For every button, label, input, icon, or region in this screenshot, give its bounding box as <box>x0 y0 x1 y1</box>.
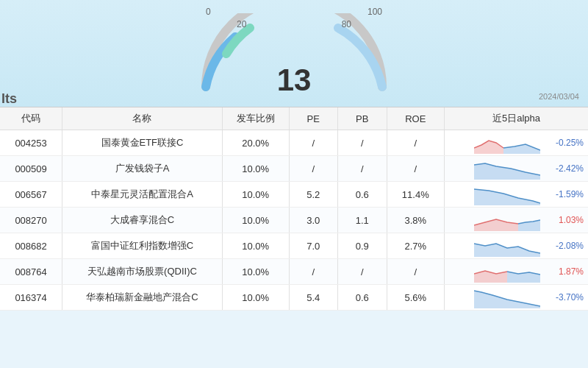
cell-ratio: 10.0% <box>222 156 289 182</box>
alpha-cell-content: -3.70% <box>449 286 584 308</box>
table-section: 代码 名称 发车比例 PE PB ROE 近5日alpha 004253国泰黄金… <box>0 107 588 311</box>
cell-roe: / <box>387 259 445 285</box>
alpha-value: -3.70% <box>543 292 584 302</box>
cell-name: 华泰柏瑞新金融地产混合C <box>62 285 223 311</box>
mini-chart <box>474 261 540 283</box>
alpha-value: -2.08% <box>543 241 584 251</box>
cell-ratio: 10.0% <box>222 182 289 208</box>
table-row: 004253国泰黄金ETF联接C20.0%///-0.25% <box>0 130 588 156</box>
cell-code: 008764 <box>0 259 62 285</box>
date-label: 2024/03/04 <box>539 92 579 101</box>
col-header-pe: PE <box>289 107 338 130</box>
cell-pe: 5.2 <box>289 182 338 208</box>
cell-alpha: 1.03% <box>445 208 588 233</box>
table-row: 006567中泰星元灵活配置混合A10.0%5.20.611.4%-1.59% <box>0 182 588 208</box>
table-row: 016374华泰柏瑞新金融地产混合C10.0%5.40.65.6%-3.70% <box>0 285 588 311</box>
gauge-section: 0 20 80 100 13 2024/03/04 <box>0 0 588 107</box>
alpha-cell-content: -2.42% <box>449 158 584 180</box>
cell-roe: 2.7% <box>387 233 445 259</box>
cell-pe: 7.0 <box>289 233 338 259</box>
cell-ratio: 10.0% <box>222 259 289 285</box>
col-header-name: 名称 <box>62 107 223 130</box>
cell-alpha: -0.25% <box>445 130 588 156</box>
alpha-cell-content: -2.08% <box>449 235 584 257</box>
cell-pb: / <box>338 130 387 156</box>
mini-chart <box>474 235 540 257</box>
cell-alpha: 1.87% <box>445 259 588 285</box>
alpha-value: 1.03% <box>543 215 584 225</box>
cell-name: 广发钱袋子A <box>62 156 223 182</box>
table-row: 008270大成睿享混合C10.0%3.01.13.8%1.03% <box>0 208 588 233</box>
cell-roe: 5.6% <box>387 285 445 311</box>
col-header-code: 代码 <box>0 107 62 130</box>
table-row: 008764天弘越南市场股票(QDII)C10.0%///1.87% <box>0 259 588 285</box>
col-header-ratio: 发车比例 <box>222 107 289 130</box>
cell-ratio: 10.0% <box>222 285 289 311</box>
cell-pe: / <box>289 156 338 182</box>
gauge-container: 0 20 80 100 13 <box>184 13 404 102</box>
gauge-label-0: 0 <box>206 7 211 17</box>
cell-roe: / <box>387 156 445 182</box>
cell-alpha: -2.08% <box>445 233 588 259</box>
cell-code: 016374 <box>0 285 62 311</box>
gauge-label-20: 20 <box>237 19 246 29</box>
cell-roe: 3.8% <box>387 208 445 233</box>
cell-pb: 0.9 <box>338 233 387 259</box>
gauge-value: 13 <box>277 63 312 98</box>
alpha-value: 1.87% <box>543 266 584 277</box>
cell-pe: 5.4 <box>289 285 338 311</box>
alpha-cell-content: -1.59% <box>449 183 584 205</box>
cell-name: 国泰黄金ETF联接C <box>62 130 223 156</box>
cell-name: 天弘越南市场股票(QDII)C <box>62 259 223 285</box>
cell-roe: 11.4% <box>387 182 445 208</box>
cell-ratio: 10.0% <box>222 233 289 259</box>
mini-chart <box>474 158 540 180</box>
cell-code: 000509 <box>0 156 62 182</box>
alpha-cell-content: 1.03% <box>449 209 584 231</box>
cell-roe: / <box>387 130 445 156</box>
cell-alpha: -2.42% <box>445 156 588 182</box>
cell-alpha: -3.70% <box>445 285 588 311</box>
cell-ratio: 10.0% <box>222 208 289 233</box>
mini-chart <box>474 209 540 231</box>
cell-pb: 0.6 <box>338 285 387 311</box>
alpha-value: -0.25% <box>543 138 584 148</box>
alpha-cell-content: 1.87% <box>449 261 584 283</box>
data-table: 代码 名称 发车比例 PE PB ROE 近5日alpha 004253国泰黄金… <box>0 107 588 311</box>
table-row: 000509广发钱袋子A10.0%///-2.42% <box>0 156 588 182</box>
its-label: Its <box>1 91 17 107</box>
cell-ratio: 20.0% <box>222 130 289 156</box>
cell-pe: / <box>289 259 338 285</box>
alpha-value: -1.59% <box>543 189 584 199</box>
mini-chart <box>474 286 540 308</box>
table-header-row: 代码 名称 发车比例 PE PB ROE 近5日alpha <box>0 107 588 130</box>
cell-name: 富国中证红利指数增强C <box>62 233 223 259</box>
cell-pb: / <box>338 259 387 285</box>
gauge-label-80: 80 <box>342 19 351 29</box>
cell-pb: 1.1 <box>338 208 387 233</box>
col-header-alpha: 近5日alpha <box>445 107 588 130</box>
gauge-label-100: 100 <box>368 7 382 17</box>
mini-chart <box>474 132 540 154</box>
cell-name: 大成睿享混合C <box>62 208 223 233</box>
alpha-value: -2.42% <box>543 163 584 174</box>
cell-code: 004253 <box>0 130 62 156</box>
cell-pb: / <box>338 156 387 182</box>
table-row: 008682富国中证红利指数增强C10.0%7.00.92.7%-2.08% <box>0 233 588 259</box>
cell-code: 008270 <box>0 208 62 233</box>
cell-code: 006567 <box>0 182 62 208</box>
cell-code: 008682 <box>0 233 62 259</box>
cell-pe: 3.0 <box>289 208 338 233</box>
alpha-cell-content: -0.25% <box>449 132 584 154</box>
col-header-roe: ROE <box>387 107 445 130</box>
cell-name: 中泰星元灵活配置混合A <box>62 182 223 208</box>
col-header-pb: PB <box>338 107 387 130</box>
cell-alpha: -1.59% <box>445 182 588 208</box>
cell-pb: 0.6 <box>338 182 387 208</box>
mini-chart <box>474 183 540 205</box>
cell-pe: / <box>289 130 338 156</box>
